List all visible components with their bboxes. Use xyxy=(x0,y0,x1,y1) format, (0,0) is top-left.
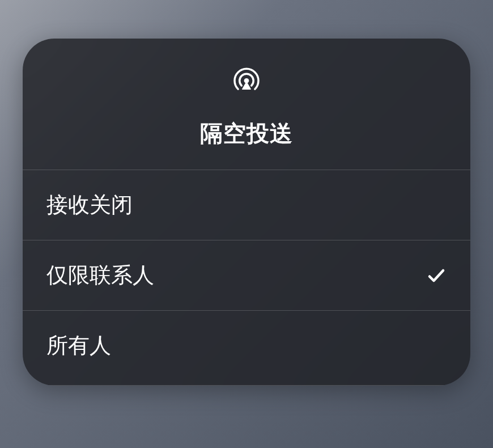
option-label: 接收关闭 xyxy=(46,191,133,219)
check-icon xyxy=(426,265,447,286)
panel-title: 隔空投送 xyxy=(200,118,293,149)
option-label: 所有人 xyxy=(46,331,111,360)
options-list: 接收关闭 仅限联系人 所有人 xyxy=(23,170,470,386)
option-contacts-only[interactable]: 仅限联系人 xyxy=(23,240,470,310)
panel-header: 隔空投送 xyxy=(23,39,470,170)
option-label: 仅限联系人 xyxy=(46,261,154,290)
airdrop-icon xyxy=(231,66,262,98)
option-everyone[interactable]: 所有人 xyxy=(23,310,470,386)
airdrop-panel: 隔空投送 接收关闭 仅限联系人 所有人 xyxy=(23,39,470,386)
option-receiving-off[interactable]: 接收关闭 xyxy=(23,170,470,240)
